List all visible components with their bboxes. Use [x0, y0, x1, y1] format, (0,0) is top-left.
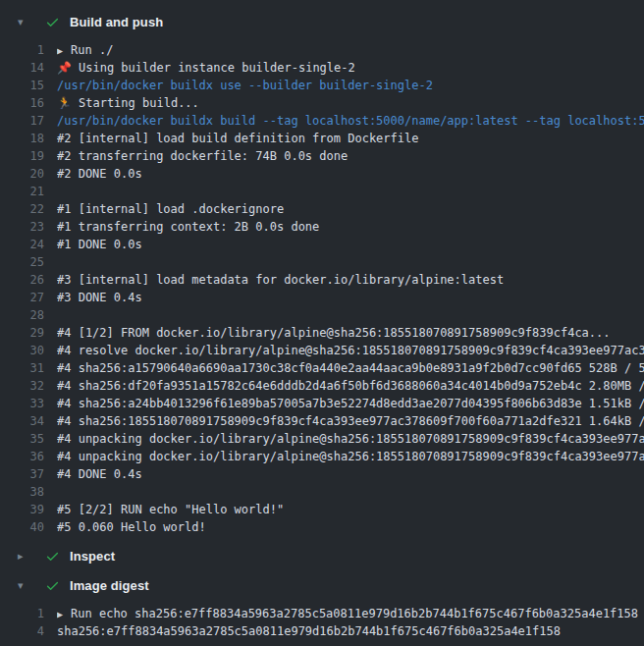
log-line: 29#4 [1/2] FROM docker.io/library/alpine…: [0, 324, 644, 342]
line-number[interactable]: 21: [0, 183, 44, 200]
actions-log-page: { "colors": { "background": "#25292e", "…: [0, 0, 644, 646]
line-content: 🏃Starting build...: [57, 94, 644, 112]
log-line: 35#4 unpacking docker.io/library/alpine@…: [0, 430, 644, 448]
line-number[interactable]: 38: [0, 483, 44, 501]
log-line: 38: [0, 483, 644, 501]
line-content: #2 DONE 0.0s: [57, 165, 644, 183]
line-number[interactable]: 35: [0, 430, 44, 448]
log-line: 15/usr/bin/docker buildx use --builder b…: [0, 77, 644, 94]
line-number[interactable]: 37: [0, 465, 44, 483]
log-line: 23#1 transferring context: 2B 0.0s done: [0, 218, 644, 236]
line-number[interactable]: 17: [0, 112, 44, 130]
step-inspect: ▸ Inspect: [0, 538, 644, 567]
line-number[interactable]: 27: [0, 289, 44, 306]
line-number[interactable]: 22: [0, 200, 44, 218]
line-content: #4 [1/2] FROM docker.io/library/alpine@s…: [57, 324, 644, 342]
line-number[interactable]: 30: [0, 342, 44, 359]
step-image-digest: ▾ Image digest1▶Run echo sha256:e7ff8834…: [0, 567, 644, 642]
line-text: #4 unpacking docker.io/library/alpine@sh…: [57, 450, 644, 463]
log-line: 1▶Run echo sha256:e7ff8834a5963a2785c5a0…: [0, 605, 644, 622]
line-content: #3 [internal] load metadata for docker.i…: [57, 271, 644, 289]
log-lines-image-digest: 1▶Run echo sha256:e7ff8834a5963a2785c5a0…: [0, 605, 644, 642]
line-number[interactable]: 4: [0, 622, 44, 640]
line-text: #4 sha256:a24bb4013296f61e89ba57005a7b3e…: [57, 397, 644, 410]
step-header-image-digest[interactable]: ▾ Image digest: [0, 567, 644, 597]
line-text: #2 [internal] load build definition from…: [57, 132, 418, 145]
line-number[interactable]: 29: [0, 324, 44, 342]
pushpin-icon: 📌: [57, 61, 72, 75]
line-text: #1 DONE 0.0s: [57, 238, 142, 251]
line-number[interactable]: 19: [0, 147, 44, 165]
log-line: 18#2 [internal] load build definition fr…: [0, 130, 644, 147]
line-number[interactable]: 31: [0, 359, 44, 377]
line-number[interactable]: 23: [0, 218, 44, 236]
step-header-build-and-push[interactable]: ▾ Build and push: [0, 0, 644, 33]
line-number[interactable]: 1: [0, 41, 44, 59]
log-line: 21: [0, 183, 644, 200]
log-lines-build-and-push: 1▶Run ./14📌Using builder instance builde…: [0, 41, 644, 538]
line-number[interactable]: 33: [0, 395, 44, 412]
log-line: 26#3 [internal] load metadata for docker…: [0, 271, 644, 289]
log-line: 14📌Using builder instance builder-single…: [0, 59, 644, 77]
chevron-down-icon[interactable]: ▾: [18, 17, 31, 27]
chevron-down-icon[interactable]: ▾: [18, 580, 31, 591]
line-text: #3 [internal] load metadata for docker.i…: [57, 273, 504, 287]
step-header-inspect[interactable]: ▸ Inspect: [0, 538, 644, 567]
line-number[interactable]: 1: [0, 605, 44, 622]
line-text: #3 DONE 0.4s: [57, 291, 142, 304]
workflow-log-viewer: ▾ Build and push1▶Run ./14📌Using builder…: [0, 0, 644, 646]
log-line: 4sha256:e7ff8834a5963a2785c5a0811e979d16…: [0, 622, 644, 640]
step-build-and-push: ▾ Build and push1▶Run ./14📌Using builder…: [0, 0, 644, 538]
line-text: #2 DONE 0.0s: [57, 167, 142, 181]
line-number[interactable]: 28: [0, 306, 44, 324]
line-number[interactable]: 39: [0, 501, 44, 518]
line-content: [57, 483, 644, 501]
log-line: 20#2 DONE 0.0s: [0, 165, 644, 183]
line-text: #4 [1/2] FROM docker.io/library/alpine@s…: [57, 326, 611, 340]
line-content: #4 sha256:df20fa9351a15782c64e6dddb2d4a6…: [57, 377, 644, 395]
log-line: 19#2 transferring dockerfile: 74B 0.0s d…: [0, 147, 644, 165]
log-line: 34#4 sha256:185518070891758909c9f839cf4c…: [0, 412, 644, 430]
line-content: #2 transferring dockerfile: 74B 0.0s don…: [57, 147, 644, 165]
line-content: #2 [internal] load build definition from…: [57, 130, 644, 147]
line-content: /usr/bin/docker buildx build --tag local…: [57, 112, 644, 130]
expand-group-icon[interactable]: ▶: [57, 45, 63, 56]
log-line: 25: [0, 253, 644, 271]
line-number[interactable]: 16: [0, 94, 44, 112]
line-number[interactable]: 20: [0, 165, 44, 183]
line-text: sha256:e7ff8834a5963a2785c5a0811e979d16b…: [57, 624, 561, 638]
step-title: Build and push: [70, 15, 163, 29]
line-text: #5 [2/2] RUN echo "Hello world!": [57, 503, 284, 516]
line-number[interactable]: 34: [0, 412, 44, 430]
log-line: 33#4 sha256:a24bb4013296f61e89ba57005a7b…: [0, 395, 644, 412]
line-number[interactable]: 26: [0, 271, 44, 289]
line-number[interactable]: 24: [0, 236, 44, 253]
chevron-right-icon[interactable]: ▸: [18, 551, 31, 562]
check-success-icon: [44, 14, 60, 29]
line-number[interactable]: 25: [0, 253, 44, 271]
line-content: [57, 183, 644, 200]
check-success-icon: [44, 548, 60, 564]
line-number[interactable]: 36: [0, 448, 44, 465]
log-line: 37#4 DONE 0.4s: [0, 465, 644, 483]
line-number[interactable]: 14: [0, 59, 44, 77]
line-text: #5 0.060 Hello world!: [57, 520, 206, 534]
line-content: #5 [2/2] RUN echo "Hello world!": [57, 501, 644, 518]
log-line: 36#4 unpacking docker.io/library/alpine@…: [0, 448, 644, 465]
expand-group-icon[interactable]: ▶: [57, 609, 63, 619]
log-line: 31#4 sha256:a15790640a6690aa1730c38cf0a4…: [0, 359, 644, 377]
line-text: Starting build...: [79, 96, 199, 110]
line-number[interactable]: 15: [0, 77, 44, 94]
line-text: #4 DONE 0.4s: [57, 467, 142, 481]
line-number[interactable]: 32: [0, 377, 44, 395]
line-content: #4 unpacking docker.io/library/alpine@sh…: [57, 448, 644, 465]
line-text: /usr/bin/docker buildx build --tag local…: [57, 114, 644, 128]
line-text: #4 unpacking docker.io/library/alpine@sh…: [57, 432, 644, 446]
line-number[interactable]: 40: [0, 518, 44, 536]
line-text: #1 [internal] load .dockerignore: [57, 202, 284, 216]
log-line: 24#1 DONE 0.0s: [0, 236, 644, 253]
log-line: 32#4 sha256:df20fa9351a15782c64e6dddb2d4…: [0, 377, 644, 395]
line-text: #1 transferring context: 2B 0.0s done: [57, 220, 319, 234]
line-text: #2 transferring dockerfile: 74B 0.0s don…: [57, 149, 348, 163]
line-number[interactable]: 18: [0, 130, 44, 147]
